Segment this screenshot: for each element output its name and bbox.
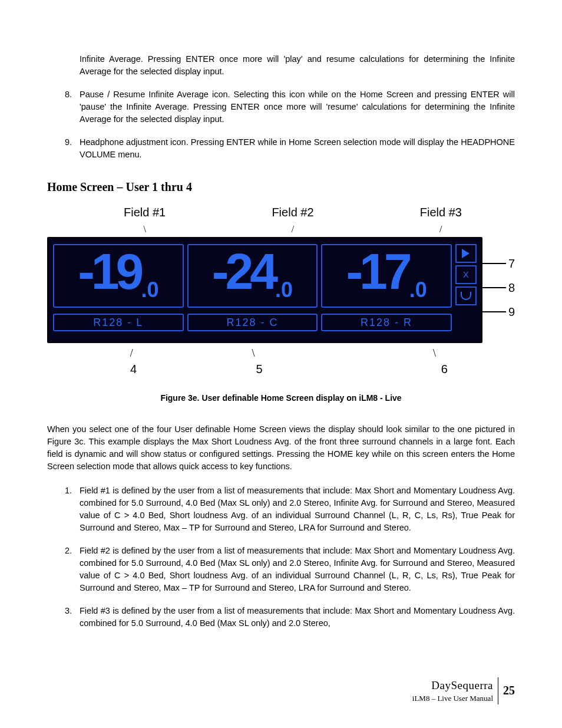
footer-brand: DaySequerra xyxy=(431,677,493,694)
section-heading-home-screen: Home Screen – User 1 thru 4 xyxy=(47,179,515,196)
callout-lines-top: \// xyxy=(71,222,515,236)
list-number: 3. xyxy=(65,605,80,630)
list-item-8: 8. Pause / Resume Infinite Average icon.… xyxy=(65,88,515,126)
list-number: 8. xyxy=(65,88,80,126)
headphone-icon xyxy=(455,286,477,305)
readout-value: -17 xyxy=(346,249,408,294)
list-item-3: 3. Field #3 is defined by the user from … xyxy=(65,605,515,630)
page-number: 25 xyxy=(498,682,515,699)
reset-icon: X xyxy=(455,265,477,284)
callout-4: 4 xyxy=(71,361,196,378)
list-text: Pause / Resume Infinite Average icon. Se… xyxy=(80,88,515,126)
readout-decimal: .0 xyxy=(409,279,427,307)
list-text: Field #1 is defined by the user from a l… xyxy=(80,485,515,534)
list-item-1: 1. Field #1 is defined by the user from … xyxy=(65,485,515,534)
list-item-9: 9. Headphone adjustment icon. Pressing E… xyxy=(65,136,515,161)
under-label-5: R128 - C xyxy=(187,314,318,331)
list-number: 2. xyxy=(65,545,80,594)
side-icon-column: X xyxy=(455,244,477,308)
readout-value: -19 xyxy=(78,249,140,294)
list-item-2: 2. Field #2 is defined by the user from … xyxy=(65,545,515,594)
bottom-callout-numbers: 4 5 6 xyxy=(71,361,483,378)
callout-8: 8 xyxy=(508,279,515,297)
paragraph-infinite-avg-cont: Infinite Average. Pressing ENTER once mo… xyxy=(80,53,515,78)
under-label-6: R128 - R xyxy=(321,314,452,331)
readout-field-3: -17 .0 xyxy=(321,244,452,308)
readout-field-1: -19 .0 xyxy=(53,244,184,308)
label-field-1: Field #1 xyxy=(71,204,219,221)
footer-manual-title: iLM8 – Live User Manual xyxy=(412,693,493,704)
callout-lines-bottom: /\\ xyxy=(71,345,483,361)
figure-top-labels: Field #1 Field #2 Field #3 xyxy=(71,204,515,221)
under-label-4: R128 - L xyxy=(53,314,184,331)
label-field-2: Field #2 xyxy=(219,204,366,221)
readout-decimal: .0 xyxy=(275,279,293,307)
figure-caption: Figure 3e. User definable Home Screen di… xyxy=(47,392,515,404)
callout-6: 6 xyxy=(322,361,483,378)
list-text: Headphone adjustment icon. Pressing ENTE… xyxy=(80,136,515,161)
list-number: 1. xyxy=(65,485,80,534)
readout-field-2: -24 .0 xyxy=(187,244,318,308)
list-text: Field #2 is defined by the user from a l… xyxy=(80,545,515,594)
right-callouts: 7 8 9 xyxy=(482,255,515,321)
play-icon xyxy=(455,244,477,263)
readout-decimal: .0 xyxy=(141,279,158,307)
readout-value: -24 xyxy=(212,249,275,294)
list-number: 9. xyxy=(65,136,80,161)
page-footer: DaySequerra iLM8 – Live User Manual 25 xyxy=(412,677,515,704)
callout-5: 5 xyxy=(196,361,322,378)
device-screen: -19 .0 -24 .0 -17 .0 X R128 - L xyxy=(47,237,482,343)
callout-9: 9 xyxy=(508,304,515,321)
callout-7: 7 xyxy=(508,255,515,272)
label-field-3: Field #3 xyxy=(367,204,515,221)
figure-3e: Field #1 Field #2 Field #3 \// -19 .0 -2… xyxy=(47,204,515,404)
list-text: Field #3 is defined by the user from a l… xyxy=(80,605,515,630)
paragraph-user-definable: When you select one of the four User def… xyxy=(47,423,515,473)
